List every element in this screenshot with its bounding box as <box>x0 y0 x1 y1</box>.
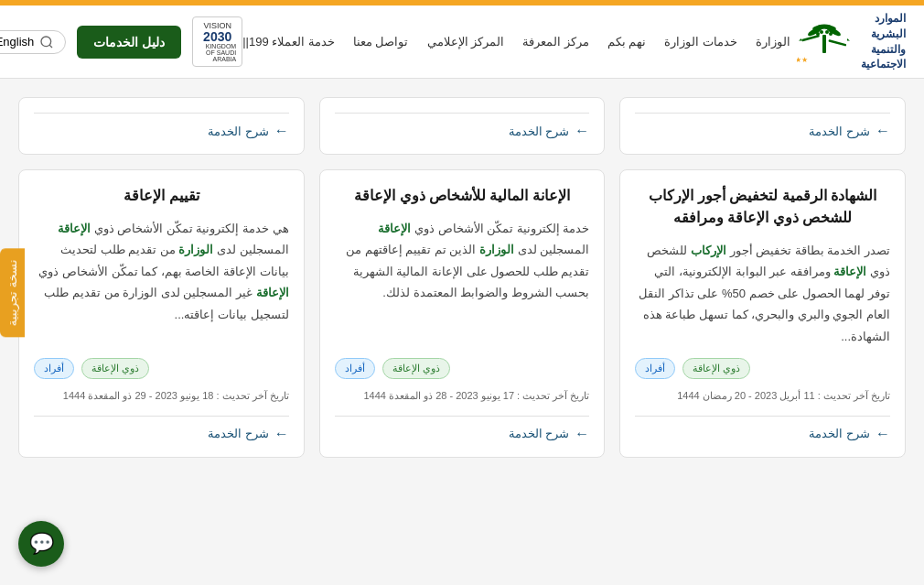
partial-card-1: ← شرح الخدمة <box>619 97 906 155</box>
svg-point-8 <box>825 30 829 34</box>
card-2-date-label: تاريخ آخر تحديث : <box>517 390 589 401</box>
tag-disability-2[interactable]: ذوي الإعاقة <box>382 358 450 379</box>
card-2-date: تاريخ آخر تحديث : 17 يونيو 2023 - 28 ذو … <box>335 388 590 405</box>
nav-item-ministry[interactable]: الوزارة <box>756 35 790 49</box>
main-cards-row: الشهادة الرقمية لتخفيض أجور الإركاب للشخ… <box>18 169 906 458</box>
svg-point-9 <box>829 32 833 36</box>
card-2-tags: ذوي الإعاقة أفراد <box>335 358 590 379</box>
header-left: VISION 2030 KINGDOM OF SAUDI ARABIA دليل… <box>0 16 242 67</box>
service-link-3[interactable]: ← شرح الخدمة <box>208 123 289 139</box>
svg-text:★★★★★★★: ★★★★★★★ <box>797 56 808 64</box>
card-1-link-label: شرح الخدمة <box>809 427 870 440</box>
search-icon <box>39 35 54 49</box>
card-1-date-label: تاريخ آخر تحديث : <box>818 390 890 401</box>
service-link-2[interactable]: ← شرح الخدمة <box>509 123 590 139</box>
vision-kingdom: KINGDOM OF SAUDI ARABIA <box>199 43 236 62</box>
service-link-label-3: شرح الخدمة <box>208 125 269 138</box>
card-3-date: تاريخ آخر تحديث : 18 يونيو 2023 - 29 ذو … <box>34 388 289 405</box>
highlight-3: الإعاقة <box>378 222 411 235</box>
tag-individuals-1[interactable]: أفراد <box>635 358 675 379</box>
card-3-link-label: شرح الخدمة <box>208 427 269 440</box>
card-2-date-value: 17 يونيو 2023 - 28 ذو المقعدة 1444 <box>364 390 515 401</box>
side-tab[interactable]: نسخة تجريبية <box>0 248 25 337</box>
partial-cards-row: ← شرح الخدمة ← شرح الخدمة ← شرح الخدمة <box>18 97 906 155</box>
card-1-date: تاريخ آخر تحديث : 11 أبريل 2023 - 20 رمض… <box>635 388 890 405</box>
arrow-icon-3: ← <box>274 123 289 139</box>
highlight-7: الإعاقة <box>256 286 289 299</box>
arrow-icon-1: ← <box>876 123 890 139</box>
main-content: ← شرح الخدمة ← شرح الخدمة ← شرح الخدمة <box>0 79 924 491</box>
card-3-desc: هي خدمة إلكترونية تمكّن الأشخاص ذوي الإع… <box>34 218 289 347</box>
svg-rect-0 <box>822 35 826 53</box>
card-2-link-label: شرح الخدمة <box>509 427 570 440</box>
search-area[interactable]: English <box>0 30 66 54</box>
header-nav: الوزارة خدمات الوزارة نهم بكم مركز المعر… <box>242 35 790 49</box>
card-financial-aid: الإعانة المالية للأشخاص ذوي الإعاقة خدمة… <box>319 169 606 458</box>
card-3-title: تقييم الإعاقة <box>34 185 289 207</box>
card-1-desc: تصدر الخدمة بطاقة تخفيض أجور الإركاب للش… <box>635 240 890 347</box>
card-3-arrow-icon: ← <box>274 426 289 442</box>
vision-2030-logo: VISION 2030 KINGDOM OF SAUDI ARABIA <box>192 16 242 67</box>
highlight-5: الإعاقة <box>58 222 91 235</box>
service-link-label-1: شرح الخدمة <box>809 125 870 138</box>
tag-individuals-3[interactable]: أفراد <box>34 358 74 379</box>
logo-area: الموارد البشرية والتنمية الاجتماعية <box>801 11 906 72</box>
partial-card-3: ← شرح الخدمة <box>18 97 305 155</box>
highlight-2: الإعاقة <box>833 265 866 278</box>
nav-item-ministry-services[interactable]: خدمات الوزارة <box>664 35 737 49</box>
card-2-arrow-icon: ← <box>575 426 589 442</box>
highlight-6: الوزارة <box>178 243 213 256</box>
nav-item-care[interactable]: نهم بكم <box>607 35 647 49</box>
language-label[interactable]: English <box>0 35 34 49</box>
card-3-footer: ← شرح الخدمة <box>34 416 289 442</box>
partial-card-footer-1: ← شرح الخدمة <box>635 113 890 139</box>
card-1-arrow-icon: ← <box>876 426 890 442</box>
vision-year: 2030 <box>203 30 231 43</box>
svg-line-16 <box>49 45 52 48</box>
card-2-service-link[interactable]: ← شرح الخدمة <box>509 426 590 442</box>
svg-rect-12 <box>828 39 846 47</box>
svg-point-7 <box>820 30 823 34</box>
card-1-footer: ← شرح الخدمة <box>635 416 890 442</box>
svg-marker-11 <box>799 38 801 41</box>
card-2-desc: خدمة إلكترونية تمكّن الأشخاص ذوي الإعاقة… <box>335 218 590 347</box>
ministry-logo: الموارد البشرية والتنمية الاجتماعية <box>861 11 906 72</box>
card-1-service-link[interactable]: ← شرح الخدمة <box>809 426 890 442</box>
header-right: الموارد البشرية والتنمية الاجتماعية <box>242 11 906 72</box>
card-3-date-value: 18 يونيو 2023 - 29 ذو المقعدة 1444 <box>63 390 214 401</box>
service-link-label-2: شرح الخدمة <box>509 125 570 138</box>
svg-marker-13 <box>847 38 850 41</box>
tag-individuals-2[interactable]: أفراد <box>335 358 375 379</box>
nav-item-contact[interactable]: تواصل معنا <box>353 35 409 49</box>
arrow-icon-2: ← <box>575 123 589 139</box>
card-3-date-label: تاريخ آخر تحديث : <box>216 390 288 401</box>
card-3-tags: ذوي الإعاقة أفراد <box>34 358 289 379</box>
ministry-title-line2: والتنمية الاجتماعية <box>861 42 906 73</box>
card-1-tags: ذوي الإعاقة أفراد <box>635 358 890 379</box>
ministry-title-line1: الموارد البشرية <box>861 11 906 42</box>
card-1-date-value: 11 أبريل 2023 - 20 رمضان 1444 <box>677 390 815 401</box>
tag-disability-1[interactable]: ذوي الإعاقة <box>682 358 750 379</box>
nav-item-customer-service[interactable]: خدمة العملاء 199|| <box>242 35 335 49</box>
nav-item-knowledge[interactable]: مركز المعرفة <box>522 35 589 49</box>
card-2-footer: ← شرح الخدمة <box>335 416 590 442</box>
highlight-4: الوزارة <box>479 243 514 256</box>
saudi-emblem: ★★★★★★★ <box>801 16 852 67</box>
card-digital-certificate: الشهادة الرقمية لتخفيض أجور الإركاب للشخ… <box>619 169 906 458</box>
card-disability-assessment: تقييم الإعاقة هي خدمة إلكترونية تمكّن ال… <box>18 169 305 458</box>
header: الموارد البشرية والتنمية الاجتماعية <box>0 5 924 79</box>
partial-card-2: ← شرح الخدمة <box>319 97 606 155</box>
daleel-button[interactable]: دليل الخدمات <box>77 26 181 59</box>
service-link-1[interactable]: ← شرح الخدمة <box>809 123 890 139</box>
card-3-service-link[interactable]: ← شرح الخدمة <box>208 426 289 442</box>
card-1-title: الشهادة الرقمية لتخفيض أجور الإركاب للشخ… <box>635 185 890 229</box>
svg-point-15 <box>41 37 51 47</box>
tag-disability-3[interactable]: ذوي الإعاقة <box>81 358 149 379</box>
nav-item-media[interactable]: المركز الإعلامي <box>427 35 505 49</box>
partial-card-footer-2: ← شرح الخدمة <box>335 113 590 139</box>
card-2-title: الإعانة المالية للأشخاص ذوي الإعاقة <box>335 185 590 207</box>
partial-card-footer-3: ← شرح الخدمة <box>34 113 289 139</box>
highlight-1: الإركاب <box>691 244 726 257</box>
